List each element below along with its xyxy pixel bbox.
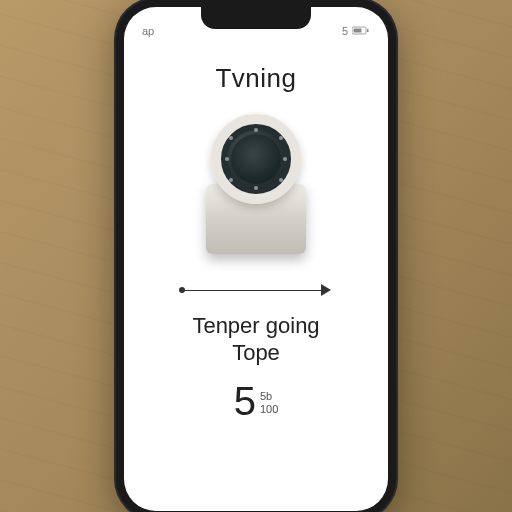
device-lens bbox=[211, 114, 301, 204]
lens-dots bbox=[223, 126, 289, 192]
device-illustration bbox=[186, 114, 326, 264]
svg-rect-1 bbox=[367, 29, 369, 32]
status-indicator-right: 5 bbox=[342, 25, 348, 37]
status-left: ap bbox=[142, 25, 154, 37]
battery-icon bbox=[352, 26, 370, 35]
direction-arrow bbox=[171, 278, 341, 302]
phone-screen: ap 5 Tvning bbox=[124, 7, 388, 511]
phone-frame: ap 5 Tvning bbox=[116, 0, 396, 512]
app-content: Tvning bbox=[124, 39, 388, 511]
page-title: Tvning bbox=[215, 63, 296, 94]
value-display: 5 5b 100 bbox=[234, 381, 279, 421]
status-right: 5 bbox=[342, 25, 370, 37]
subtitle-text: Tenper going Tope bbox=[192, 312, 319, 367]
secondary-top: 5b bbox=[260, 390, 278, 403]
subtitle-line-2: Tope bbox=[232, 340, 280, 365]
primary-value: 5 bbox=[234, 381, 256, 421]
arrow-head-icon bbox=[321, 284, 331, 296]
secondary-bottom: 100 bbox=[260, 403, 278, 416]
secondary-values: 5b 100 bbox=[260, 390, 278, 420]
svg-rect-2 bbox=[354, 29, 362, 33]
arrow-line-segment bbox=[181, 290, 321, 292]
phone-notch bbox=[201, 7, 311, 29]
subtitle-line-1: Tenper going bbox=[192, 313, 319, 338]
status-indicator-left: ap bbox=[142, 25, 154, 37]
